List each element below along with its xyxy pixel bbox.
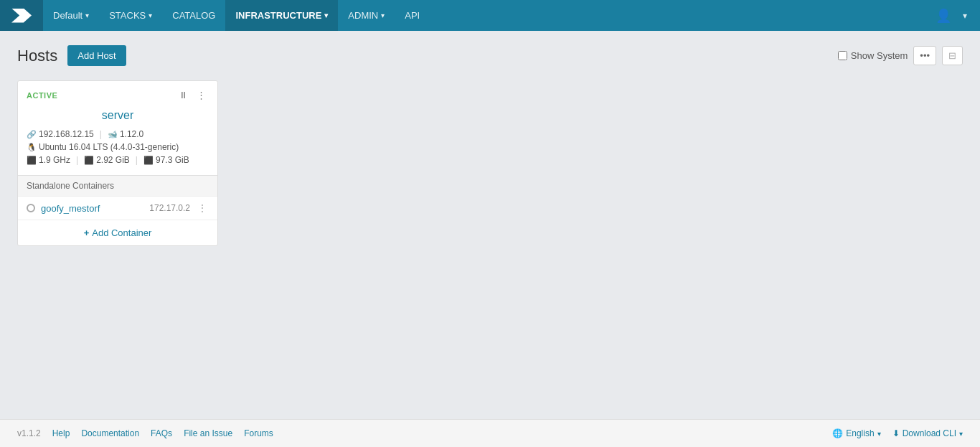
language-label: English <box>846 428 874 438</box>
nav-api-label: API <box>405 10 420 21</box>
faqs-link[interactable]: FAQs <box>151 428 172 438</box>
host-ip-version-row: 🔗 192.168.12.15 | 🐋 1.12.0 <box>27 129 209 139</box>
host-storage-item: ⬛ 97.3 GiB <box>143 155 189 165</box>
nav-item-admin[interactable]: ADMIN ▾ <box>338 0 395 31</box>
host-status-badge: ACTIVE <box>27 91 57 100</box>
nav-stacks-chevron: ▾ <box>149 11 152 19</box>
storage-icon: ⬛ <box>143 156 154 165</box>
nav-infrastructure-chevron: ▾ <box>324 11 328 19</box>
forums-link[interactable]: Forums <box>244 428 273 438</box>
language-chevron-icon: ▾ <box>877 430 881 438</box>
download-cli-button[interactable]: ⬇ Download CLI ▾ <box>892 428 963 438</box>
show-system-label[interactable]: Show System <box>838 50 908 61</box>
network-icon: 🔗 <box>27 130 37 139</box>
page-title: Hosts <box>17 47 57 65</box>
download-cli-label: Download CLI <box>903 428 956 438</box>
footer: v1.1.2 Help Documentation FAQs File an I… <box>0 419 980 447</box>
nav-item-default[interactable]: Default ▾ <box>43 0 99 31</box>
host-info: 🔗 192.168.12.15 | 🐋 1.12.0 🐧 Ubuntu 16.0… <box>18 129 217 175</box>
host-cpu: 1.9 GHz <box>39 155 70 165</box>
footer-version: v1.1.2 <box>17 428 41 438</box>
memory-icon: ⬛ <box>84 156 94 165</box>
add-container-icon: + <box>84 227 90 238</box>
container-status-dot <box>27 204 35 212</box>
nav-catalog-label: CATALOG <box>172 10 215 21</box>
host-storage: 97.3 GiB <box>156 155 189 165</box>
show-system-checkbox[interactable] <box>838 51 847 60</box>
add-container-label: Add Container <box>92 227 151 238</box>
container-row: goofy_mestorf 172.17.0.2 ⋮ <box>18 196 217 220</box>
page-header: Hosts Add Host Show System ••• ⊟ <box>17 45 963 66</box>
add-container-button[interactable]: + Add Container <box>18 220 217 245</box>
host-version-item: 🐋 1.12.0 <box>108 129 143 139</box>
standalone-containers-header: Standalone Containers <box>18 175 217 196</box>
host-ip: 192.168.12.15 <box>39 129 94 139</box>
footer-left: v1.1.2 Help Documentation FAQs File an I… <box>17 428 273 438</box>
cpu-icon: ⬛ <box>27 156 37 165</box>
nav-admin-chevron: ▾ <box>381 11 385 19</box>
help-link[interactable]: Help <box>52 428 70 438</box>
download-chevron-icon: ▾ <box>959 430 963 438</box>
language-selector[interactable]: 🌐 English ▾ <box>832 428 880 438</box>
host-pause-button[interactable]: ⏸ <box>176 88 191 102</box>
nav-item-stacks[interactable]: STACKS ▾ <box>99 0 162 31</box>
host-os: Ubuntu 16.04 LTS (4.4.0-31-generic) <box>39 142 179 152</box>
rancher-logo-icon <box>11 9 32 23</box>
file-issue-link[interactable]: File an Issue <box>184 428 232 438</box>
brand-logo[interactable] <box>0 0 43 31</box>
container-menu-button[interactable]: ⋮ <box>196 202 209 214</box>
host-card: ACTIVE ⏸ ⋮ server 🔗 192.168.12.15 | 🐋 1.… <box>17 80 218 246</box>
nav-infrastructure-label: INFRASTRUCTURE <box>235 10 321 21</box>
show-system-text: Show System <box>851 50 908 61</box>
host-cpu-item: ⬛ 1.9 GHz <box>27 155 70 165</box>
documentation-link[interactable]: Documentation <box>81 428 139 438</box>
nav-default-label: Default <box>53 10 83 21</box>
more-options-button[interactable]: ••• <box>913 46 936 65</box>
nav-items: Default ▾ STACKS ▾ CATALOG INFRASTRUCTUR… <box>43 0 930 31</box>
host-os-row: 🐧 Ubuntu 16.04 LTS (4.4.0-31-generic) <box>27 142 209 152</box>
host-card-header: ACTIVE ⏸ ⋮ <box>18 81 217 106</box>
download-icon: ⬇ <box>892 428 900 438</box>
container-name[interactable]: goofy_mestorf <box>41 203 143 214</box>
host-memory: 2.92 GiB <box>96 155 130 165</box>
footer-right: 🌐 English ▾ ⬇ Download CLI ▾ <box>832 428 963 438</box>
host-memory-item: ⬛ 2.92 GiB <box>84 155 130 165</box>
nav-default-chevron: ▾ <box>85 11 89 19</box>
globe-icon: 🌐 <box>832 428 843 438</box>
nav-stacks-label: STACKS <box>109 10 146 21</box>
user-chevron-icon[interactable]: ▾ <box>957 11 973 21</box>
nav-item-infrastructure[interactable]: INFRASTRUCTURE ▾ <box>225 0 338 31</box>
host-version: 1.12.0 <box>120 129 143 139</box>
add-host-button[interactable]: Add Host <box>67 45 126 66</box>
user-icon[interactable]: 👤 <box>930 8 957 24</box>
page-header-left: Hosts Add Host <box>17 45 126 66</box>
grid-view-button[interactable]: ⊟ <box>942 46 963 65</box>
page-header-right: Show System ••• ⊟ <box>838 46 963 65</box>
os-icon: 🐧 <box>27 143 37 152</box>
docker-icon: 🐋 <box>108 130 118 139</box>
host-os-item: 🐧 Ubuntu 16.04 LTS (4.4.0-31-generic) <box>27 142 179 152</box>
host-menu-button[interactable]: ⋮ <box>194 88 209 102</box>
host-name[interactable]: server <box>18 106 217 129</box>
navbar-right: 👤 ▾ <box>930 8 980 24</box>
navbar: Default ▾ STACKS ▾ CATALOG INFRASTRUCTUR… <box>0 0 980 31</box>
container-ip: 172.17.0.2 <box>149 203 190 213</box>
nav-item-api[interactable]: API <box>395 0 430 31</box>
host-resources-row: ⬛ 1.9 GHz | ⬛ 2.92 GiB | ⬛ 97.3 GiB <box>27 155 209 165</box>
main-content: Hosts Add Host Show System ••• ⊟ ACTIVE … <box>0 31 980 419</box>
nav-admin-label: ADMIN <box>348 10 378 21</box>
host-card-actions: ⏸ ⋮ <box>176 88 209 102</box>
nav-item-catalog[interactable]: CATALOG <box>162 0 225 31</box>
host-ip-item: 🔗 192.168.12.15 <box>27 129 94 139</box>
